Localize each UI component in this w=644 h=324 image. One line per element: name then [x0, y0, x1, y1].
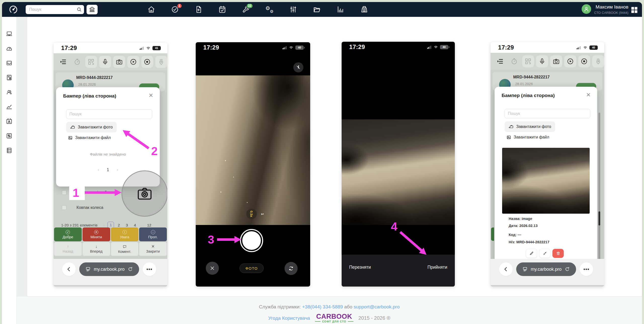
stop-icon[interactable]: [578, 55, 590, 67]
sidebar-dashboard-icon[interactable]: [6, 44, 13, 52]
flip-camera-button[interactable]: [285, 262, 298, 275]
location-icon[interactable]: [155, 56, 167, 68]
wifi-icon: [433, 45, 438, 49]
modal-search-input[interactable]: [505, 109, 590, 118]
close-button[interactable]: ✕Закрити: [139, 242, 167, 256]
upload-photo-button[interactable]: Завантажити фото: [505, 121, 555, 132]
skip-button[interactable]: –Проп.: [139, 227, 167, 241]
status-time: 17:29: [349, 43, 365, 51]
timer-icon[interactable]: [508, 55, 520, 67]
sidebar-analytics-icon[interactable]: [6, 103, 13, 110]
shutter-button[interactable]: [242, 231, 261, 250]
browser-more-button[interactable]: •••: [580, 262, 593, 276]
cashbox-button[interactable]: [87, 5, 98, 14]
search-input[interactable]: [26, 5, 84, 14]
browser-back-button[interactable]: [62, 262, 76, 276]
checkbox[interactable]: [62, 190, 66, 195]
sidebar-inbox-icon[interactable]: [6, 59, 13, 67]
support-phone-link[interactable]: +38(044) 334-5889: [302, 304, 343, 309]
next-page-icon[interactable]: ›: [116, 167, 118, 172]
page-number[interactable]: 2: [115, 223, 122, 227]
checklist-row[interactable]: Ковпак колеса: [62, 205, 103, 210]
play-icon[interactable]: [564, 55, 576, 67]
upload-photo-button[interactable]: Завантажити фото: [66, 122, 117, 132]
edit-photo-button[interactable]: [526, 249, 537, 258]
zoom-0-5x-button[interactable]: 0,5x: [246, 209, 257, 219]
delete-photo-button[interactable]: [552, 249, 564, 258]
nav-tasks-button[interactable]: 1: [171, 5, 179, 14]
attention-button[interactable]: iУвага: [111, 227, 139, 241]
flash-off-button[interactable]: [293, 62, 303, 72]
reload-icon: [565, 266, 570, 272]
location-icon[interactable]: [592, 55, 604, 67]
sidebar-orders-icon[interactable]: [6, 74, 13, 81]
nav-home-button[interactable]: [147, 5, 155, 14]
user-agreement-link[interactable]: Угода Користувача: [268, 315, 310, 321]
camera-icon[interactable]: [550, 55, 562, 67]
camera-plus-icon: [509, 124, 514, 129]
stop-icon[interactable]: [141, 56, 153, 68]
page-number[interactable]: 3: [124, 223, 130, 227]
wifi-icon: [583, 46, 588, 50]
scrollbar-thumb[interactable]: [598, 211, 600, 225]
qr-scan-icon[interactable]: [522, 55, 534, 67]
uploaded-photo-thumbnail[interactable]: [502, 148, 590, 214]
sidebar-clients-icon[interactable]: [6, 88, 13, 96]
menu-indent-icon[interactable]: [494, 55, 506, 67]
page-number-last[interactable]: 12: [146, 223, 152, 227]
apps-grid-button[interactable]: [630, 6, 639, 14]
minus-circle-icon: –: [151, 230, 155, 234]
qr-scan-icon[interactable]: [85, 56, 97, 68]
sidebar-workstation-icon[interactable]: [6, 30, 13, 37]
modal-search-input[interactable]: [66, 109, 152, 119]
signal-icon: [140, 47, 144, 50]
comment-button[interactable]: Комент.: [111, 242, 139, 256]
sidebar-schedule-icon[interactable]: [6, 117, 13, 125]
timer-icon[interactable]: [71, 56, 83, 68]
play-icon[interactable]: [127, 56, 139, 68]
sidebar-controls-icon[interactable]: [6, 132, 13, 140]
good-button[interactable]: ✓Добре: [54, 227, 82, 241]
support-email-link[interactable]: support@carbook.pro: [354, 304, 400, 309]
photo-mode-label[interactable]: ФОТО: [239, 263, 264, 273]
upload-file-button[interactable]: Завантажити файл: [68, 134, 111, 141]
nav-new-order-button[interactable]: [194, 5, 203, 14]
microphone-icon[interactable]: [536, 55, 548, 67]
user-block[interactable]: Максим Іванов СТО CARBOOK (9444): [582, 4, 628, 15]
step4-arrow: [399, 231, 422, 251]
browser-back-button[interactable]: [499, 262, 513, 276]
browser-address-bar[interactable]: my.carbook.pro: [79, 262, 139, 276]
browser-address-bar[interactable]: my.carbook.pro: [516, 262, 576, 276]
microphone-icon[interactable]: [99, 56, 111, 68]
nav-settings-button[interactable]: ⚙⚙: [265, 5, 274, 14]
zoom-1x-label[interactable]: 1: [261, 213, 264, 215]
upload-file-button[interactable]: Завантажити файл: [506, 134, 549, 141]
nav-filters-button[interactable]: [289, 5, 297, 14]
nav-workshop-button[interactable]: 22: [242, 5, 250, 14]
camera-cancel-button[interactable]: [206, 262, 219, 275]
collapse-photo-button[interactable]: [539, 249, 550, 258]
page-prev-icon[interactable]: ‹: [103, 223, 105, 227]
no-files-text: Файлів не знайдено: [56, 152, 160, 157]
workshop-badge: 22: [246, 3, 253, 9]
forward-button[interactable]: ↓Вперед: [83, 242, 110, 256]
camera-icon[interactable]: [113, 56, 125, 68]
prev-page-icon[interactable]: ‹: [98, 167, 99, 172]
nav-calendar-button[interactable]: [218, 5, 226, 14]
sidebar-storage-icon[interactable]: [6, 147, 13, 154]
modal-close-icon[interactable]: ✕: [147, 92, 155, 99]
menu-indent-icon[interactable]: [57, 56, 69, 68]
retake-button[interactable]: Перезняти: [349, 265, 371, 270]
browser-more-button[interactable]: •••: [143, 262, 156, 276]
nav-cash-register-button[interactable]: [360, 5, 368, 14]
camera-icon: [136, 185, 153, 202]
scrollbar-track[interactable]: [598, 113, 600, 268]
nav-files-button[interactable]: [312, 5, 321, 14]
page-number[interactable]: 4: [132, 223, 138, 227]
change-button[interactable]: ✕Міняти: [83, 227, 110, 241]
modal-close-icon[interactable]: ✕: [585, 91, 592, 99]
back-button[interactable]: ↑Назад: [54, 242, 82, 256]
accept-button[interactable]: Прийняти: [427, 265, 447, 270]
checkbox[interactable]: [62, 205, 66, 210]
nav-reports-button[interactable]: [336, 5, 345, 14]
